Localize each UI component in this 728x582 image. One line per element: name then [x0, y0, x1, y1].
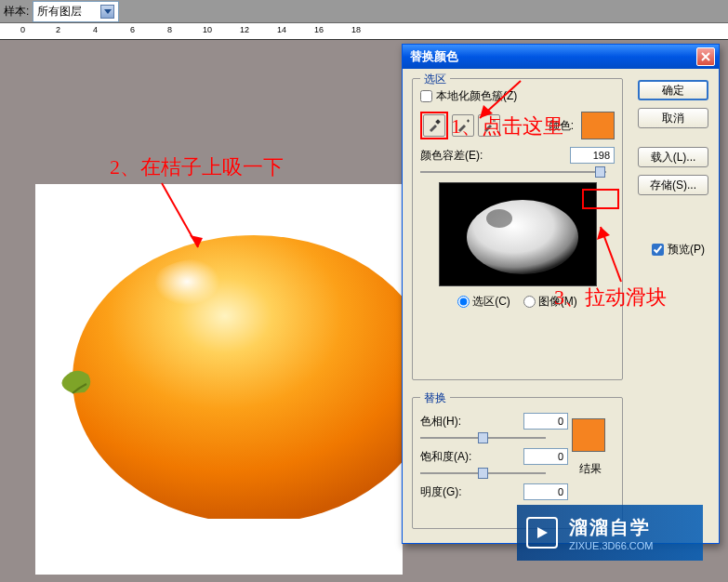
hue-thumb[interactable]: [478, 432, 488, 443]
eyedropper-button[interactable]: [423, 114, 445, 137]
watermark-main: 溜溜自学: [569, 515, 653, 540]
fuzziness-label: 颜色容差(E):: [420, 148, 483, 164]
watermark-sub: ZIXUE.3D66.COM: [569, 540, 653, 551]
close-icon: [701, 52, 710, 61]
hue-slider[interactable]: [420, 437, 546, 439]
preview-mask-icon: [448, 191, 588, 279]
svg-rect-3: [435, 119, 441, 125]
preview-image: [439, 182, 597, 286]
preview-checkbox[interactable]: [652, 244, 664, 256]
dialog-title: 替换颜色: [410, 48, 458, 65]
watermark: 溜溜自学 ZIXUE.3D66.COM: [517, 505, 703, 561]
ruler-horizontal: 024 6810 121416 18: [0, 23, 728, 40]
radio-selection-label[interactable]: 选区(C): [457, 294, 510, 310]
arrow-3-icon: [593, 221, 630, 286]
orange-image: [59, 203, 403, 519]
result-swatch[interactable]: [572, 418, 605, 452]
dialog-title-bar[interactable]: 替换颜色: [403, 45, 719, 69]
svg-point-5: [486, 209, 512, 228]
hue-label: 色相(H):: [420, 414, 461, 430]
svg-point-1: [138, 258, 268, 351]
load-button[interactable]: 载入(L)...: [638, 147, 708, 167]
arrow-2-icon: [156, 178, 212, 261]
saturation-label: 饱和度(A):: [420, 449, 471, 465]
radio-image[interactable]: [523, 296, 536, 308]
eyedropper-highlight: [420, 112, 448, 139]
image-canvas[interactable]: [35, 184, 403, 575]
button-column: 确定 取消 载入(L)... 存储(S)...: [638, 80, 708, 195]
lightness-label: 明度(G):: [420, 484, 462, 500]
saturation-slider[interactable]: [420, 472, 546, 474]
lightness-input[interactable]: [523, 483, 568, 500]
toolbar-top: 样本: 所有图层: [0, 0, 728, 23]
annotation-2: 2、在桔子上吸一下: [110, 153, 284, 181]
save-button[interactable]: 存储(S)...: [638, 175, 708, 195]
play-icon: [526, 517, 558, 549]
lightness-row: 明度(G):: [420, 483, 615, 500]
hue-input[interactable]: [523, 413, 568, 430]
sample-select[interactable]: 所有图层: [33, 1, 119, 22]
close-button[interactable]: [696, 47, 715, 66]
replace-legend: 替换: [420, 390, 450, 406]
saturation-input[interactable]: [523, 448, 568, 465]
chevron-down-icon[interactable]: [100, 5, 114, 19]
select-value: 所有图层: [37, 4, 82, 20]
fuzziness-input[interactable]: [570, 147, 615, 164]
selection-legend: 选区: [420, 72, 450, 87]
fuzziness-row: 颜色容差(E):: [420, 147, 615, 164]
result-label: 结果: [579, 461, 602, 477]
ok-button[interactable]: 确定: [638, 80, 708, 100]
color-swatch[interactable]: [581, 112, 615, 139]
svg-point-4: [467, 200, 578, 274]
fuzziness-slider[interactable]: [420, 171, 606, 173]
cancel-button[interactable]: 取消: [638, 108, 708, 128]
saturation-thumb[interactable]: [478, 468, 488, 479]
preview-check-row: 预览(P): [652, 242, 705, 258]
annotation-3: 3、拉动滑块: [554, 284, 667, 311]
radio-selection[interactable]: [457, 296, 470, 308]
slider-highlight: [582, 189, 619, 209]
localized-checkbox[interactable]: [420, 90, 432, 102]
preview-label: 预览(P): [668, 242, 705, 258]
fuzziness-thumb[interactable]: [595, 166, 605, 178]
eyedropper-icon: [428, 119, 441, 132]
sample-label: 样本:: [4, 4, 29, 20]
arrow-1-icon: [474, 79, 530, 126]
